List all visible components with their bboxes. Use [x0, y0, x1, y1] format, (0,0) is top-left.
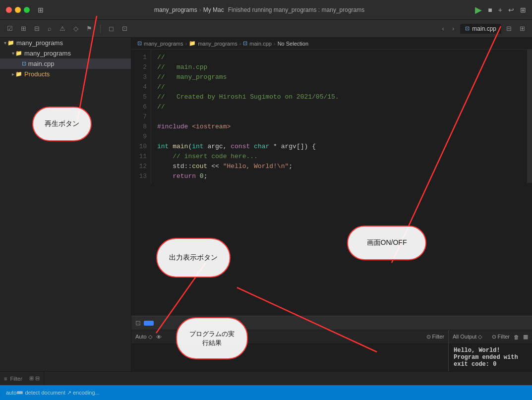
ln-10: 10: [131, 142, 151, 152]
statusbar: auto⌨️ detect document ↗ encoding...: [0, 385, 532, 400]
ln-2: 2: [131, 62, 151, 72]
search-icon[interactable]: ⌕: [46, 24, 54, 33]
output-blue-indicator: [144, 321, 154, 326]
products-label: Products: [24, 70, 50, 78]
sidebar-item-main-cpp[interactable]: ⊡ main.cpp: [0, 58, 131, 69]
code-line-5: // Created by Hiroshi Sugimoto on 2021/0…: [157, 92, 521, 102]
diamond-icon[interactable]: ◇: [71, 24, 80, 33]
main-layout: ▾ 📁 many_programs ▾ 📁 many_programs ⊡ ma…: [0, 38, 532, 385]
sidebar-item-products[interactable]: ▸ 📁 Products: [0, 69, 131, 79]
sidebar-item-project[interactable]: ▾ 📁 many_programs: [0, 38, 131, 48]
ln-3: 3: [131, 72, 151, 82]
titlebar-separator: ›: [199, 6, 201, 13]
bottom-bar: ≡ Filter ⊞ ⊟: [0, 371, 532, 385]
output-left-icon[interactable]: ⊡: [135, 319, 141, 327]
stop-button[interactable]: ■: [488, 6, 492, 14]
ln-11: 11: [131, 152, 151, 162]
inspector-icon[interactable]: ⊞: [518, 24, 527, 33]
ln-4: 4: [131, 82, 151, 92]
traffic-lights: [6, 7, 30, 13]
code-line-10: int main(int argc, const char * argv[]) …: [157, 142, 521, 152]
chevron-down-icon-2: ▾: [12, 51, 14, 56]
minimize-button[interactable]: [15, 7, 21, 13]
folder-label: many_programs: [24, 50, 71, 57]
bubble-icon[interactable]: ◻: [107, 24, 116, 33]
breadcrumb-file: main.cpp: [249, 41, 272, 47]
checkbox-icon[interactable]: ☑: [5, 24, 15, 33]
close-button[interactable]: [6, 7, 12, 13]
folder-icon: 📁: [15, 50, 22, 57]
titlebar: ⊞ many_programs › My Mac Finished runnin…: [0, 0, 532, 20]
right-filter-label[interactable]: ⊙ Filter: [492, 334, 510, 340]
return-icon[interactable]: ↩: [508, 6, 514, 14]
code-line-8: #include <iostream>: [157, 122, 521, 132]
exit-code-output: Program ended with exit code: 0: [454, 354, 527, 368]
output-bars-icon[interactable]: ▦: [523, 334, 528, 340]
code-line-4: //: [157, 82, 521, 92]
trash-icon[interactable]: 🗑: [514, 334, 519, 340]
left-filter-label[interactable]: ⊙ Filter: [426, 334, 445, 340]
code-line-1: //: [157, 53, 521, 62]
filter-section-left: ≡ Filter ⊞ ⊟: [0, 372, 44, 385]
filter-icons-left[interactable]: ⊞ ⊟: [29, 375, 40, 382]
project-label: many_programs: [16, 39, 63, 47]
nav-forward[interactable]: ›: [450, 24, 456, 33]
auto-label[interactable]: Auto ◇: [135, 334, 152, 340]
ln-8: 8: [131, 122, 151, 132]
filter-icon-left[interactable]: ≡: [4, 376, 7, 382]
warning-icon[interactable]: ⚠: [58, 24, 67, 33]
code-line-12: std::cout << "Hello, World!\n";: [157, 162, 521, 171]
eye-icon[interactable]: 👁: [156, 334, 162, 340]
toolbar-separator-1: [100, 24, 101, 33]
split-view-icon[interactable]: ⊟: [504, 24, 514, 33]
breadcrumb-project-icon: ⊡: [137, 40, 142, 47]
code-line-6: //: [157, 102, 521, 112]
code-line-11: // insert code here...: [157, 152, 521, 162]
maximize-button[interactable]: [24, 7, 30, 13]
sidebar-item-folder[interactable]: ▾ 📁 many_programs: [0, 48, 131, 58]
filter-text-left: Filter: [10, 376, 22, 382]
output-toolbar: ⊡: [131, 316, 532, 330]
breadcrumb-project: many_programs: [144, 41, 183, 47]
output-left-toolbar: Auto ◇ 👁 ⊙ Filter: [131, 330, 448, 344]
hello-world-output: Hello, World!: [454, 347, 527, 354]
breadcrumb: ⊡ many_programs › 📁 many_programs › ⊡ ma…: [131, 38, 532, 50]
ln-6: 6: [131, 102, 151, 112]
project-folder-icon: 📁: [7, 40, 14, 46]
code-line-13: return 0;: [157, 171, 521, 181]
code-line-3: // many_programs: [157, 72, 521, 82]
flag-icon[interactable]: ⚑: [84, 24, 94, 33]
ln-13: 13: [131, 171, 151, 181]
editor-empty-space: [131, 183, 532, 316]
editor-scrollbar[interactable]: [527, 50, 532, 183]
editor-area[interactable]: 1 2 3 4 5 6 7 8 9 10 11 12 13 14 15 // /…: [131, 50, 532, 183]
breadcrumb-selection: No Selection: [278, 41, 308, 47]
code-line-9: [157, 132, 521, 142]
code-line-7: [157, 112, 521, 122]
grid-icon[interactable]: ⊞: [19, 24, 28, 33]
square-icon[interactable]: ⊡: [120, 24, 129, 33]
ln-5: 5: [131, 92, 151, 102]
cpp-icon: ⊡: [22, 60, 26, 67]
cpp-file-icon: ⊡: [465, 25, 470, 32]
nav-back[interactable]: ‹: [440, 24, 446, 33]
titlebar-target: My Mac: [203, 6, 224, 13]
toolbar: ☑ ⊞ ⊟ ⌕ ⚠ ◇ ⚑ ◻ ⊡ ‹ › ⊡ main.cpp ⊟ ⊞: [0, 20, 532, 38]
all-output-label[interactable]: All Output ◇: [453, 334, 482, 340]
ln-1: 1: [131, 53, 151, 62]
code-editor[interactable]: // // main.cpp // many_programs // // Cr…: [151, 50, 527, 183]
run-button[interactable]: ▶: [475, 4, 482, 15]
line-numbers: 1 2 3 4 5 6 7 8 9 10 11 12 13 14 15: [131, 50, 151, 183]
ln-7: 7: [131, 112, 151, 122]
titlebar-status: Finished running many_programs : many_pr…: [228, 6, 364, 13]
breadcrumb-folder: many_programs: [198, 41, 237, 47]
file-tab[interactable]: ⊡ main.cpp: [460, 24, 501, 34]
output-right-toolbar: All Output ◇ ⊙ Filter 🗑 ▦: [449, 330, 532, 344]
layout-icon[interactable]: ⊞: [520, 6, 526, 14]
columns-icon[interactable]: ⊟: [32, 24, 42, 33]
sidebar-toggle-icon[interactable]: ⊞: [38, 6, 44, 14]
breadcrumb-folder-icon: 📁: [189, 40, 196, 47]
ln-9: 9: [131, 132, 151, 142]
file-label: main.cpp: [28, 60, 55, 67]
add-tab-icon[interactable]: +: [498, 6, 502, 14]
